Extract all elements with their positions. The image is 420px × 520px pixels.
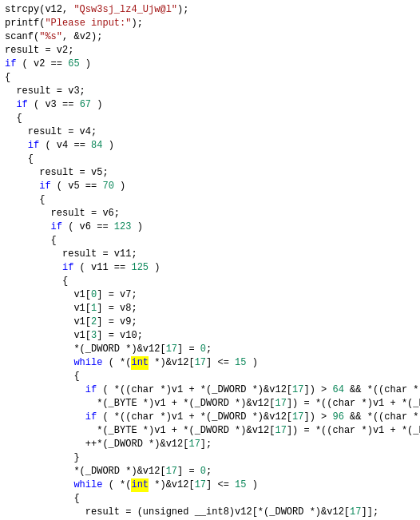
code-line: result = v4; [0,125,420,139]
code-lines: strcpy(v12, "Qsw3sj_lz4_Ujw@l");printf("… [0,3,420,520]
number-literal: 15 [235,478,246,492]
code-text: result = v11; [5,248,137,261]
code-text: ] = [177,465,200,478]
code-text: *(_DWORD *)&v12[ [5,343,166,356]
code-line: *(_DWORD *)&v12[17] = 0; [0,465,420,478]
number-literal: 3 [91,329,97,343]
code-line: *(_BYTE *)v1 + *(_DWORD *)&v12[17]) = *(… [0,424,420,438]
code-line: { [0,112,420,125]
code-text: ); [177,3,188,17]
number-literal: 0 [200,343,206,356]
code-line: if ( v2 == 65 ) [0,58,420,71]
code-line: v1[2] = v9; [0,316,420,329]
code-line: result = v5; [0,166,420,180]
number-literal: 17 [195,478,206,492]
code-text: ]) = *((char *)v1 + *(_D [287,424,420,438]
number-literal: 96 [333,411,344,424]
code-text: ++*(_DWORD *)&v12[ [5,438,188,451]
code-line: *(_DWORD *)&v12[17] = 0; [0,343,420,356]
code-text: ) [247,478,258,492]
keyword: if [51,220,62,234]
code-text: *(_BYTE *)v1 + *(_DWORD *)&v12[ [5,397,275,411]
code-text: ( v2 == [16,58,68,71]
code-text: v1[ [5,316,91,329]
code-text: ) [247,356,258,370]
code-line: if ( v6 == 123 ) [0,220,420,234]
code-text: ( *((char *)v1 + *(_DWORD *)&v12[ [97,383,292,397]
code-line: if ( *((char *)v1 + *(_DWORD *)&v12[17])… [0,383,420,397]
code-line: while ( *(int *)&v12[17] <= 15 ) [0,478,420,492]
number-literal: 0 [200,465,206,478]
number-literal: 123 [114,220,132,234]
keyword: if [62,261,73,275]
number-literal: 70 [102,180,113,193]
code-line: if ( v5 == 70 ) [0,180,420,193]
code-container: strcpy(v12, "Qsw3sj_lz4_Ujw@l");printf("… [0,0,420,520]
keyword: if [39,180,50,193]
code-text: { [5,71,10,85]
code-text: { [5,193,45,207]
code-text: ) [80,58,91,71]
number-literal: 2 [91,316,97,329]
keyword: if [5,58,16,71]
number-literal: 64 [333,383,344,397]
number-literal: 17 [195,356,206,370]
code-text: printf( [5,17,45,30]
code-line: result = v6; [0,207,420,220]
code-text: ( v5 == [51,180,103,193]
code-line: if ( v3 == 67 ) [0,98,420,112]
number-literal: 15 [235,356,246,370]
code-text: v1[ [5,302,91,316]
code-text [5,220,51,234]
keyword: if [28,139,39,153]
code-line: } [0,451,420,465]
code-line: if ( v11 == 125 ) [0,261,420,275]
code-text: result = v4; [5,125,97,139]
number-literal: 17 [350,506,361,519]
code-text [5,383,85,397]
code-text: ) [149,261,160,275]
code-line: result = (unsigned __int8)v12[*(_DWORD *… [0,506,420,519]
code-text: ] <= [206,478,235,492]
code-text: v1[ [5,329,91,343]
code-text: result = (unsigned __int8)v12[*(_DWORD *… [5,506,350,519]
code-line: result = v2; [0,44,420,58]
code-text: ) [102,139,113,153]
code-text: result = v5; [5,166,109,180]
code-text: { [5,153,34,166]
code-text: { [5,275,68,288]
highlighted-keyword: int [131,356,149,370]
code-line: *(_BYTE *)v1 + *(_DWORD *)&v12[17]) = *(… [0,397,420,411]
code-text: ( v4 == [39,139,91,153]
code-text: result = v6; [5,207,120,220]
code-text: ; [206,465,212,478]
code-text: ); [131,17,142,30]
number-literal: 17 [275,397,286,411]
code-line: if ( *((char *)v1 + *(_DWORD *)&v12[17])… [0,411,420,424]
keyword: while [73,478,102,492]
code-text [5,261,62,275]
code-line: { [0,193,420,207]
code-text: ( *((char *)v1 + *(_DWORD *)&v12[ [97,411,292,424]
code-text [5,180,39,193]
code-text [5,139,28,153]
code-text [5,356,73,370]
code-line: v1[0] = v7; [0,288,420,302]
code-line: { [0,492,420,506]
code-text: ]]; [361,506,378,519]
number-literal: 0 [91,288,97,302]
number-literal: 17 [188,438,200,451]
keyword: if [85,383,97,397]
code-text: ] = [177,343,200,356]
code-text: *(_BYTE *)v1 + *(_DWORD *)&v12[ [5,424,275,438]
code-text: ( v6 == [62,220,114,234]
number-literal: 67 [80,98,91,112]
code-line: { [0,71,420,85]
code-text: ( v3 == [28,98,80,112]
code-line: { [0,275,420,288]
code-text: ( *( [102,478,131,492]
number-literal: 17 [292,411,303,424]
code-line: strcpy(v12, "Qsw3sj_lz4_Ujw@l"); [0,3,420,17]
code-text: { [5,112,22,125]
number-literal: 84 [91,139,102,153]
